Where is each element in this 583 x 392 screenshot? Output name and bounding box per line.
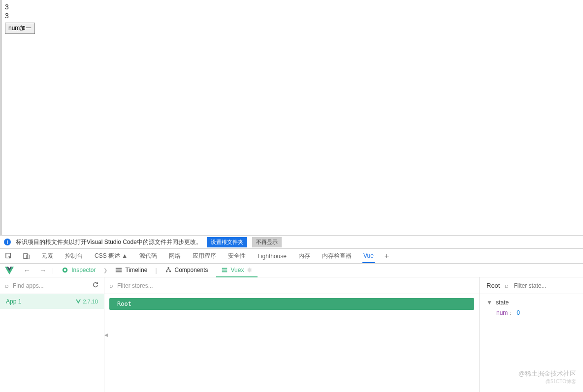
dismiss-button[interactable]: 不再显示 [252, 237, 282, 247]
state-key: num [496, 309, 508, 316]
tab-elements[interactable]: 元素 [40, 249, 54, 263]
state-tree: ▼ state num：0 [480, 294, 583, 322]
vuex-icon [221, 267, 228, 273]
store-root-item[interactable]: Root [109, 298, 474, 310]
tab-memory-inspector[interactable]: 内存检查器 [321, 249, 353, 263]
increment-button[interactable]: num加一 [5, 23, 35, 34]
tab-css-overview[interactable]: CSS 概述 ▲ [94, 249, 129, 263]
num-display-2: 3 [5, 12, 578, 20]
tab-application[interactable]: 应用程序 [192, 249, 217, 263]
forward-arrow-icon[interactable]: → [36, 267, 49, 274]
tab-console[interactable]: 控制台 [64, 249, 84, 263]
tab-security[interactable]: 安全性 [227, 249, 247, 263]
tab-timeline[interactable]: Timeline [110, 264, 152, 277]
vue-devtools-tabs: ← → | Inspector ❯ Timeline | Components … [0, 264, 583, 277]
app-name: App 1 [6, 298, 21, 305]
tab-vue[interactable]: Vue [362, 249, 375, 263]
watermark: @稀土掘金技术社区 @51CTO博客 [518, 369, 576, 385]
search-icon: ⌕ [109, 282, 113, 289]
filter-stores-row: ⌕ [104, 277, 479, 294]
apps-panel: ⌕ App 1 2.7.10 [0, 277, 104, 392]
svg-point-9 [165, 270, 167, 272]
tab-components-label: Components [175, 267, 208, 273]
collapse-toggle-icon[interactable]: ▼ [486, 299, 492, 306]
vue-logo-icon [5, 267, 14, 274]
components-icon [165, 267, 172, 273]
state-colon: ： [508, 309, 514, 316]
filter-stores-input[interactable] [117, 282, 474, 289]
app-version: 2.7.10 [76, 299, 98, 304]
svg-rect-5 [116, 268, 122, 269]
tab-memory[interactable]: 内存 [297, 249, 311, 263]
state-entry[interactable]: num：0 [486, 309, 576, 317]
back-arrow-icon[interactable]: ← [21, 267, 33, 274]
state-value: 0 [517, 309, 520, 316]
vue-small-icon [76, 299, 81, 304]
info-bar: i 标识项目的根文件夹以打开Visual Studio Code中的源文件并同步… [0, 235, 583, 249]
refresh-icon[interactable] [92, 281, 99, 290]
app-list-item[interactable]: App 1 2.7.10 [0, 294, 104, 309]
info-text: 标识项目的根文件夹以打开Visual Studio Code中的源文件并同步更改… [16, 238, 202, 246]
filter-state-input[interactable] [514, 282, 583, 289]
svg-rect-7 [116, 271, 122, 272]
tab-components[interactable]: Components [160, 264, 213, 277]
tab-vuex-label: Vuex [231, 267, 244, 273]
divider: | [155, 267, 157, 274]
search-icon: ⌕ [5, 282, 9, 289]
tab-inspector-label: Inspector [71, 267, 96, 273]
svg-point-8 [167, 267, 169, 269]
tab-sources[interactable]: 源代码 [138, 249, 158, 263]
panels: ⌕ App 1 2.7.10 ◀ ⌕ Root Root ⌕ [0, 277, 583, 392]
state-root-node[interactable]: ▼ state [486, 299, 576, 306]
watermark-line1: @稀土掘金技术社区 [518, 369, 576, 378]
collapse-handle[interactable]: ◀ [104, 325, 108, 345]
svg-point-10 [169, 270, 171, 272]
tab-lighthouse[interactable]: Lighthouse [257, 250, 288, 263]
svg-rect-12 [222, 270, 227, 271]
divider: | [52, 267, 54, 274]
stores-panel: ◀ ⌕ Root [104, 277, 480, 392]
timeline-icon [115, 267, 122, 273]
num-display-1: 3 [5, 3, 578, 11]
info-icon: i [4, 239, 11, 245]
set-root-folder-button[interactable]: 设置根文件夹 [207, 237, 247, 247]
devtools-tabs: 元素 控制台 CSS 概述 ▲ 源代码 网络 应用程序 安全性 Lighthou… [0, 249, 583, 264]
state-header: Root ⌕ [480, 277, 583, 294]
svg-rect-13 [222, 271, 227, 272]
device-toggle-icon[interactable] [23, 253, 31, 260]
add-tab-icon[interactable]: + [385, 252, 389, 261]
inspect-element-icon[interactable] [5, 253, 13, 260]
state-title: Root [486, 282, 500, 289]
svg-rect-11 [222, 268, 227, 269]
tab-vuex[interactable]: Vuex ✸ [216, 264, 258, 277]
tab-inspector[interactable]: Inspector [57, 264, 100, 277]
gear-icon[interactable]: ✸ [247, 266, 253, 274]
find-apps-row: ⌕ [0, 277, 104, 294]
find-apps-input[interactable] [13, 282, 88, 289]
svg-rect-6 [116, 270, 122, 271]
tab-network[interactable]: 网络 [168, 249, 182, 263]
svg-point-4 [64, 269, 66, 271]
watermark-line2: @51CTO博客 [518, 378, 576, 385]
target-icon [62, 267, 68, 273]
page-content: 3 3 num加一 [0, 0, 583, 235]
chevron-right-icon: ❯ [103, 268, 107, 273]
left-stripe [0, 0, 2, 235]
tab-timeline-label: Timeline [125, 267, 147, 273]
state-label: state [496, 299, 509, 306]
search-icon: ⌕ [505, 282, 509, 289]
